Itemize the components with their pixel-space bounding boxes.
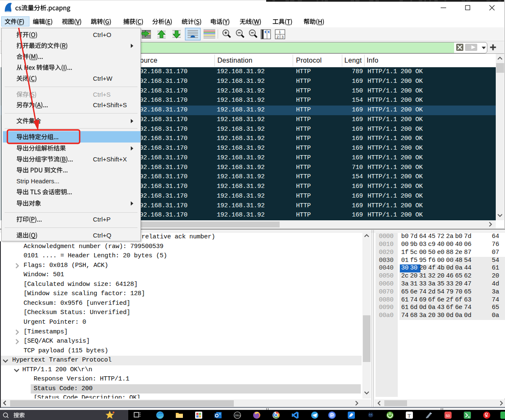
svg-text:3: 3	[282, 35, 284, 39]
svg-text:1: 1	[279, 30, 281, 34]
svg-text:50: 50	[446, 414, 450, 418]
svg-text:2: 2	[277, 35, 279, 39]
svg-text:T: T	[408, 413, 411, 419]
svg-text:DELL: DELL	[235, 414, 241, 417]
